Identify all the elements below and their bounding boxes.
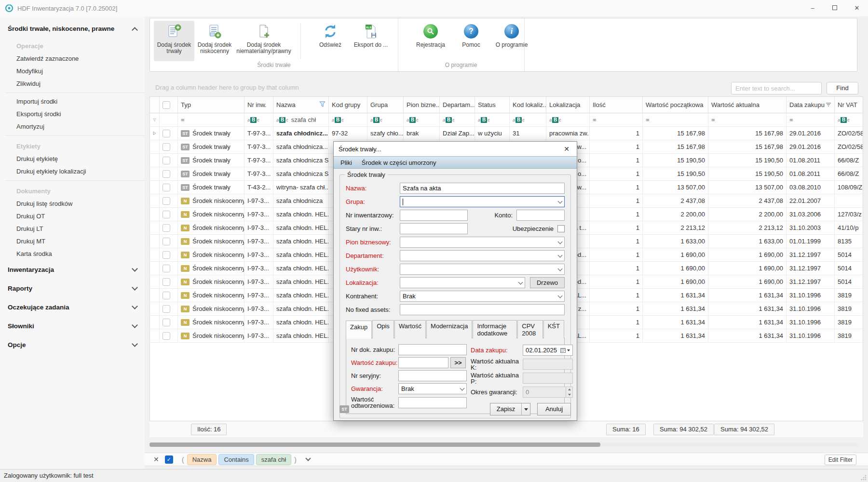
ribbon-button-refresh[interactable]: Odśwież [310, 21, 351, 61]
drzewo-button[interactable]: Drzewo [530, 277, 565, 288]
no-fixed-assets-field[interactable] [400, 304, 565, 315]
tab-informacje-dodatkowe[interactable]: Informacje dodatkowe [473, 320, 517, 338]
ubezpieczenie-checkbox[interactable] [557, 225, 565, 232]
filter-cell-lok[interactable]: aBc [546, 113, 590, 127]
sidebar-item[interactable]: Zatwierdź zaznaczone [0, 53, 145, 65]
filter-value-chip[interactable]: szafa chł [256, 454, 291, 465]
menu-item-umorzony[interactable]: Środek w części umorzony [357, 159, 441, 166]
column-header-data[interactable]: Data zakupu [787, 97, 835, 113]
sidebar-item[interactable]: Drukuj OT [0, 210, 145, 223]
row-checkbox[interactable] [163, 265, 170, 272]
sidebar-item[interactable]: Drukuj MT [0, 235, 145, 248]
nr-dok-field[interactable] [398, 344, 467, 355]
filter-cell-expand[interactable] [150, 113, 160, 127]
ribbon-button-doc-outline-add[interactable]: Dodaj środek niematerialny/prawny [235, 21, 293, 61]
row-checkbox[interactable] [163, 238, 170, 245]
filter-cell-vat[interactable]: aBc [835, 113, 863, 127]
row-checkbox[interactable] [163, 305, 170, 313]
filter-enabled-checkbox[interactable]: ✓ [165, 455, 173, 464]
maximize-button[interactable] [824, 0, 846, 16]
filter-cell-ilosc[interactable]: = [590, 113, 643, 127]
row-checkbox[interactable] [163, 319, 170, 326]
edit-filter-button[interactable]: Edit Filter [825, 455, 856, 465]
column-header-ilosc[interactable]: Ilość [590, 97, 643, 113]
ribbon-button-sphere-info[interactable]: iO programie [491, 21, 532, 61]
save-dropdown-icon[interactable] [521, 403, 530, 415]
row-checkbox[interactable] [163, 157, 170, 164]
konto-field[interactable] [516, 210, 565, 221]
filter-cell-chk[interactable] [160, 113, 178, 127]
row-checkbox[interactable] [163, 197, 170, 205]
column-header-status[interactable]: Status [475, 97, 510, 113]
stary-nr-field[interactable] [400, 223, 468, 234]
sidebar-item[interactable]: Modyfikuj [0, 65, 145, 78]
filter-cell-nrinw[interactable]: aBc [244, 113, 273, 127]
filter-cell-pion[interactable]: aBc [404, 113, 440, 127]
sidebar-section-opcje[interactable]: Opcje [0, 335, 145, 354]
filter-cell-wartp[interactable]: = [643, 113, 708, 127]
filter-cell-warta[interactable]: = [708, 113, 787, 127]
row-checkbox[interactable] [163, 130, 170, 137]
find-button[interactable]: Find [827, 82, 858, 94]
row-checkbox[interactable] [163, 184, 170, 191]
row-checkbox[interactable] [163, 170, 170, 178]
ribbon-button-sphere-key[interactable]: Rejestracja [410, 21, 451, 61]
menu-item-pliki[interactable]: Pliki [336, 159, 357, 166]
filter-cell-grupa[interactable]: aBc [367, 113, 404, 127]
row-checkbox[interactable] [163, 224, 170, 232]
save-button[interactable]: Zapisz [490, 403, 530, 415]
sidebar-section-oczekuj-ce-zadania[interactable]: Oczekujące zadania [0, 298, 145, 317]
sidebar-section-raporty[interactable]: Raporty [0, 279, 145, 298]
sidebar-item[interactable]: Eksportuj środki [0, 108, 145, 120]
spinner-arrows-icon[interactable] [566, 387, 572, 397]
sidebar-item[interactable]: Amortyzuj [0, 120, 145, 133]
nr-seryjny-field[interactable] [398, 370, 467, 381]
table-row[interactable]: STŚrodek trwałyT-97-3...szafa chłodnicz.… [150, 127, 863, 140]
nr-inwentarzowy-field[interactable] [400, 210, 468, 221]
kontrahent-combo[interactable]: Brak [400, 291, 565, 302]
cancel-button[interactable]: Anuluj [537, 403, 571, 415]
sidebar-section-s-owniki[interactable]: Słowniki [0, 317, 145, 335]
column-header-warta[interactable]: Wartość aktualna [708, 97, 787, 113]
tab-cpv-2008[interactable]: CPV 2008 [517, 320, 542, 338]
tab-k-t[interactable]: KŚT [543, 320, 564, 338]
sidebar-item[interactable]: Drukuj LT [0, 223, 145, 235]
ribbon-button-export-xls[interactable]: XLSEksport do ... [351, 21, 391, 61]
departament-combo[interactable] [400, 250, 565, 261]
column-header-grupa[interactable]: Grupa [367, 97, 404, 113]
sidebar-item[interactable]: Karta środka [0, 248, 145, 260]
pion-combo[interactable] [400, 237, 565, 248]
row-checkbox[interactable] [163, 211, 170, 218]
tab-warto-[interactable]: Wartość [394, 320, 426, 338]
column-header-wartp[interactable]: Wartość początkowa [643, 97, 708, 113]
row-checkbox[interactable] [163, 332, 170, 340]
column-header-lok[interactable]: Lokalizacja [546, 97, 590, 113]
sidebar-item[interactable]: Drukuj etykiety lokalizacji [0, 165, 145, 178]
filter-cell-data[interactable]: = [787, 113, 835, 127]
column-header-kodlok[interactable]: Kod lokaliz... [510, 97, 546, 113]
sidebar-item[interactable]: Zlikwiduj [0, 78, 145, 90]
uzytkownik-combo[interactable] [400, 264, 565, 275]
row-checkbox[interactable] [163, 278, 170, 286]
chevron-down-icon[interactable] [305, 455, 311, 461]
filter-cell-kodgrupy[interactable]: aBc [329, 113, 367, 127]
tab-zakup[interactable]: Zakup [346, 321, 372, 339]
filter-field-chip[interactable]: Nazwa [187, 454, 217, 465]
column-header-depart[interactable]: Departam... [440, 97, 475, 113]
column-header-pion[interactable]: Pion bizne... [404, 97, 440, 113]
minimize-button[interactable]: – [801, 0, 824, 16]
column-header-nazwa[interactable]: Nazwa [273, 97, 329, 113]
select-all-checkbox[interactable] [163, 101, 170, 109]
wartosc-zakupu-field[interactable] [398, 357, 448, 368]
filter-cell-typ[interactable]: = [178, 113, 244, 127]
filter-cell-depart[interactable]: aBc [440, 113, 475, 127]
horizontal-scrollbar[interactable] [149, 442, 858, 447]
gwarancja-combo[interactable]: Brak [398, 383, 467, 394]
sidebar-item[interactable]: Drukuj etykietę [0, 153, 145, 165]
grupa-combo[interactable] [400, 196, 565, 207]
ribbon-button-doc-add[interactable]: Dodaj środek trwały [154, 21, 194, 61]
filter-operator-chip[interactable]: Contains [218, 454, 254, 465]
remove-filter-icon[interactable]: ✕ [153, 455, 159, 463]
active-filter-funnel-icon[interactable] [319, 101, 326, 108]
filter-cell-kodlok[interactable]: aBc [510, 113, 546, 127]
